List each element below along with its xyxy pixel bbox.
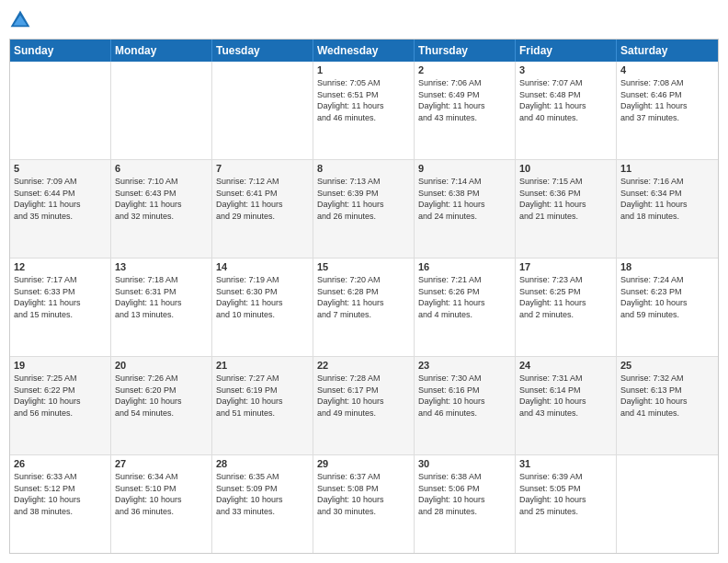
cal-cell: 15Sunrise: 7:20 AMSunset: 6:28 PMDayligh… <box>313 259 415 356</box>
header-day-sunday: Sunday <box>10 40 111 62</box>
cell-info-line: Sunrise: 7:07 AM <box>519 77 612 89</box>
cell-info-line: Daylight: 11 hours <box>317 100 410 112</box>
cell-info-line: Sunset: 6:36 PM <box>519 188 612 200</box>
day-number: 17 <box>519 261 612 272</box>
header <box>9 9 719 31</box>
cell-info-line: Daylight: 11 hours <box>115 199 208 211</box>
logo <box>9 9 35 31</box>
cell-info-line: Sunset: 6:19 PM <box>216 385 309 396</box>
cal-cell: 18Sunrise: 7:24 AMSunset: 6:23 PMDayligh… <box>617 259 718 356</box>
cell-info-line: Sunset: 6:39 PM <box>317 188 410 200</box>
cell-info-line: Sunset: 6:14 PM <box>519 385 612 396</box>
cell-info-line: Sunrise: 7:15 AM <box>519 176 612 188</box>
cal-cell: 22Sunrise: 7:28 AMSunset: 6:17 PMDayligh… <box>313 357 415 454</box>
cal-cell: 29Sunrise: 6:37 AMSunset: 5:08 PMDayligh… <box>313 455 415 553</box>
cell-info-line: and 15 minutes. <box>14 309 107 321</box>
cal-cell: 25Sunrise: 7:32 AMSunset: 6:13 PMDayligh… <box>617 357 718 454</box>
cell-info-line: Sunset: 6:20 PM <box>115 385 208 396</box>
cell-info-line: and 56 minutes. <box>14 408 107 419</box>
cal-cell: 7Sunrise: 7:12 AMSunset: 6:41 PMDaylight… <box>212 160 313 258</box>
header-day-thursday: Thursday <box>415 40 516 62</box>
cell-info-line: Daylight: 10 hours <box>317 396 410 408</box>
week-row-5: 26Sunrise: 6:33 AMSunset: 5:12 PMDayligh… <box>10 455 718 553</box>
cell-info-line: and 24 minutes. <box>418 211 511 223</box>
calendar: SundayMondayTuesdayWednesdayThursdayFrid… <box>9 39 719 554</box>
cell-info-line: and 30 minutes. <box>317 506 410 518</box>
cell-info-line: and 46 minutes. <box>418 408 511 419</box>
cell-info-line: and 41 minutes. <box>620 408 714 419</box>
cell-info-line: Sunrise: 6:38 AM <box>418 471 511 483</box>
cell-info-line: Sunset: 5:12 PM <box>14 483 107 495</box>
header-day-friday: Friday <box>516 40 617 62</box>
cal-cell: 21Sunrise: 7:27 AMSunset: 6:19 PMDayligh… <box>212 357 313 454</box>
cell-info-line: Daylight: 10 hours <box>519 396 612 408</box>
cell-info-line: Sunset: 6:51 PM <box>317 89 410 101</box>
day-number: 30 <box>418 458 511 469</box>
day-number: 27 <box>115 458 208 469</box>
cell-info-line: Sunrise: 7:13 AM <box>317 176 410 188</box>
cell-info-line: Daylight: 11 hours <box>519 100 612 112</box>
cell-info-line: Sunrise: 7:28 AM <box>317 373 410 385</box>
cell-info-line: Sunset: 6:33 PM <box>14 286 107 298</box>
cell-info-line: Sunrise: 7:27 AM <box>216 373 309 385</box>
cell-info-line: Sunrise: 7:20 AM <box>317 274 410 286</box>
cell-info-line: Sunrise: 7:32 AM <box>620 373 714 385</box>
day-number: 4 <box>620 64 714 75</box>
day-number: 29 <box>317 458 410 469</box>
week-row-1: 1Sunrise: 7:05 AMSunset: 6:51 PMDaylight… <box>10 62 718 160</box>
day-number: 5 <box>14 163 107 174</box>
cell-info-line: Sunrise: 7:24 AM <box>620 274 714 286</box>
cell-info-line: Sunrise: 7:18 AM <box>115 274 208 286</box>
cell-info-line: Daylight: 11 hours <box>418 100 511 112</box>
cell-info-line: Sunrise: 7:10 AM <box>115 176 208 188</box>
cell-info-line: and 40 minutes. <box>519 112 612 124</box>
cell-info-line: Daylight: 10 hours <box>620 396 714 408</box>
cell-info-line: Daylight: 10 hours <box>519 494 612 506</box>
cell-info-line: and 21 minutes. <box>519 211 612 223</box>
cell-info-line: Sunrise: 7:21 AM <box>418 274 511 286</box>
cell-info-line: Daylight: 10 hours <box>317 494 410 506</box>
cell-info-line: Sunset: 6:43 PM <box>115 188 208 200</box>
cell-info-line: Daylight: 10 hours <box>216 396 309 408</box>
cell-info-line: and 29 minutes. <box>216 211 309 223</box>
cell-info-line: and 32 minutes. <box>115 211 208 223</box>
cal-cell: 2Sunrise: 7:06 AMSunset: 6:49 PMDaylight… <box>415 62 516 159</box>
cal-cell: 9Sunrise: 7:14 AMSunset: 6:38 PMDaylight… <box>415 160 516 258</box>
week-row-4: 19Sunrise: 7:25 AMSunset: 6:22 PMDayligh… <box>10 357 718 455</box>
day-number: 11 <box>620 163 714 174</box>
cell-info-line: Sunset: 6:26 PM <box>418 286 511 298</box>
header-day-tuesday: Tuesday <box>212 40 313 62</box>
cell-info-line: Daylight: 11 hours <box>216 297 309 309</box>
cell-info-line: Sunset: 6:48 PM <box>519 89 612 101</box>
day-number: 19 <box>14 360 107 371</box>
calendar-header: SundayMondayTuesdayWednesdayThursdayFrid… <box>10 40 718 62</box>
cell-info-line: Daylight: 11 hours <box>317 297 410 309</box>
cell-info-line: and 49 minutes. <box>317 408 410 419</box>
cell-info-line: Daylight: 11 hours <box>14 199 107 211</box>
cell-info-line: Sunset: 6:22 PM <box>14 385 107 396</box>
cell-info-line: Daylight: 11 hours <box>317 199 410 211</box>
cell-info-line: and 35 minutes. <box>14 211 107 223</box>
cal-cell: 4Sunrise: 7:08 AMSunset: 6:46 PMDaylight… <box>617 62 718 159</box>
cell-info-line: and 25 minutes. <box>519 506 612 518</box>
cell-info-line: Daylight: 10 hours <box>418 494 511 506</box>
cell-info-line: Sunrise: 7:26 AM <box>115 373 208 385</box>
day-number: 10 <box>519 163 612 174</box>
cell-info-line: and 2 minutes. <box>519 309 612 321</box>
cell-info-line: and 43 minutes. <box>418 112 511 124</box>
day-number: 22 <box>317 360 410 371</box>
cal-cell: 10Sunrise: 7:15 AMSunset: 6:36 PMDayligh… <box>516 160 617 258</box>
cell-info-line: and 36 minutes. <box>115 506 208 518</box>
cell-info-line: and 10 minutes. <box>216 309 309 321</box>
week-row-2: 5Sunrise: 7:09 AMSunset: 6:44 PMDaylight… <box>10 160 718 259</box>
day-number: 26 <box>14 458 107 469</box>
cell-info-line: Sunrise: 7:08 AM <box>620 77 714 89</box>
cell-info-line: and 13 minutes. <box>115 309 208 321</box>
cell-info-line: and 46 minutes. <box>317 112 410 124</box>
day-number: 12 <box>14 261 107 272</box>
cell-info-line: Daylight: 11 hours <box>620 199 714 211</box>
week-row-3: 12Sunrise: 7:17 AMSunset: 6:33 PMDayligh… <box>10 259 718 357</box>
cell-info-line: and 33 minutes. <box>216 506 309 518</box>
cell-info-line: Sunrise: 7:06 AM <box>418 77 511 89</box>
cell-info-line: Sunset: 6:38 PM <box>418 188 511 200</box>
